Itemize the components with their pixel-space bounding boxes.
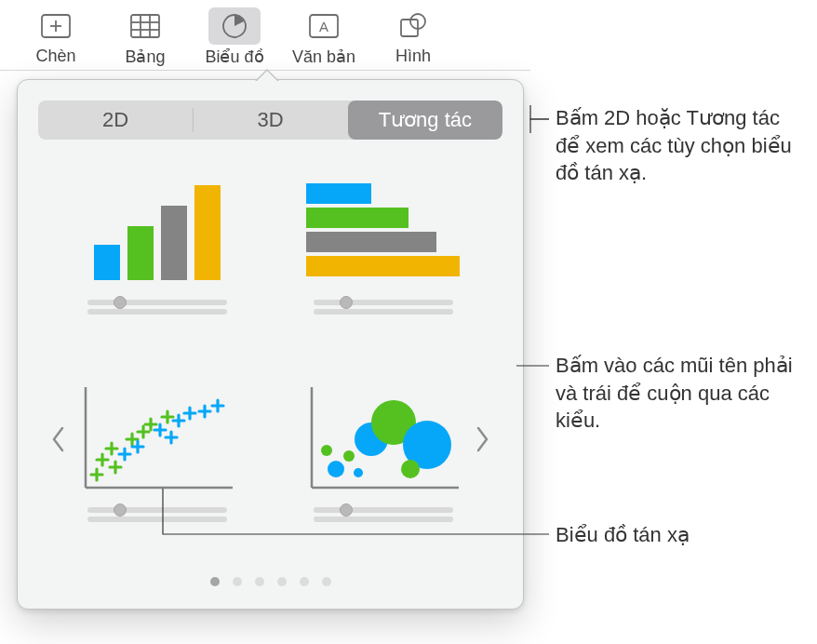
toolbar-shape-button[interactable]: Hình — [368, 6, 458, 66]
svg-point-64 — [401, 460, 420, 478]
toolbar-insert-label: Chèn — [35, 47, 75, 66]
table-icon — [129, 13, 161, 39]
toolbar-table-label: Bảng — [125, 47, 165, 67]
chevron-left-icon — [50, 425, 67, 453]
svg-rect-19 — [306, 232, 436, 252]
callout-arrows-hint: Bấm vào các mũi tên phải và trái để cuộn… — [556, 352, 807, 435]
svg-rect-20 — [306, 256, 460, 276]
slider-control[interactable] — [87, 300, 227, 315]
pie-chart-icon — [221, 12, 248, 40]
svg-point-58 — [321, 445, 332, 456]
chart-option-column[interactable] — [70, 175, 245, 315]
toolbar-chart-label: Biểu đồ — [205, 47, 263, 67]
svg-rect-14 — [127, 226, 154, 280]
toolbar-table-button[interactable]: Bảng — [100, 6, 190, 67]
toolbar-shape-label: Hình — [395, 47, 431, 66]
toolbar: Chèn Bảng Biểu đồ A — [0, 0, 530, 71]
chart-type-segmented: 2D 3D Tương tác — [38, 101, 502, 140]
prev-style-arrow[interactable] — [46, 419, 72, 460]
tab-interactive[interactable]: Tương tác — [348, 101, 502, 140]
chart-grid — [38, 140, 502, 596]
svg-rect-17 — [306, 183, 371, 204]
chart-option-bar[interactable] — [296, 175, 471, 315]
svg-rect-15 — [161, 206, 187, 280]
svg-rect-16 — [194, 185, 221, 280]
insert-icon — [40, 13, 72, 39]
svg-point-57 — [328, 461, 344, 477]
bar-chart-icon — [300, 175, 467, 287]
page-dot[interactable] — [255, 577, 264, 586]
chart-popover: 2D 3D Tương tác — [17, 79, 524, 610]
slider-control[interactable] — [87, 507, 227, 522]
chart-option-scatter[interactable] — [70, 382, 245, 522]
svg-text:A: A — [319, 19, 328, 34]
next-style-arrow[interactable] — [469, 419, 495, 460]
callout-tabs-hint: Bấm 2D hoặc Tương tác để xem các tùy chọ… — [556, 104, 797, 187]
slider-control[interactable] — [314, 300, 453, 315]
chevron-right-icon — [474, 425, 490, 453]
svg-point-59 — [343, 450, 355, 462]
bubble-chart-icon — [300, 382, 467, 494]
svg-rect-3 — [131, 15, 159, 37]
page-dot[interactable] — [277, 577, 287, 586]
chart-option-bubble[interactable] — [296, 382, 471, 522]
text-box-icon: A — [308, 13, 340, 39]
page-dot[interactable] — [210, 577, 220, 586]
toolbar-insert-button[interactable]: Chèn — [11, 6, 100, 66]
toolbar-chart-button[interactable]: Biểu đồ — [190, 6, 279, 67]
svg-rect-18 — [306, 208, 408, 228]
page-dot[interactable] — [300, 577, 309, 586]
svg-point-60 — [354, 468, 363, 477]
page-dot[interactable] — [322, 577, 331, 586]
shape-icon — [397, 12, 429, 40]
page-dots — [38, 571, 502, 590]
toolbar-text-button[interactable]: A Văn bản — [279, 6, 368, 67]
column-chart-icon — [74, 175, 241, 287]
callout-scatter-label: Biểu đồ tán xạ — [556, 521, 797, 549]
page-dot[interactable] — [233, 577, 242, 586]
slider-control[interactable] — [314, 507, 453, 522]
scatter-chart-icon — [74, 382, 241, 494]
toolbar-text-label: Văn bản — [292, 47, 355, 67]
svg-rect-13 — [94, 245, 120, 280]
tab-2d[interactable]: 2D — [38, 101, 193, 140]
tab-3d[interactable]: 3D — [193, 101, 347, 140]
